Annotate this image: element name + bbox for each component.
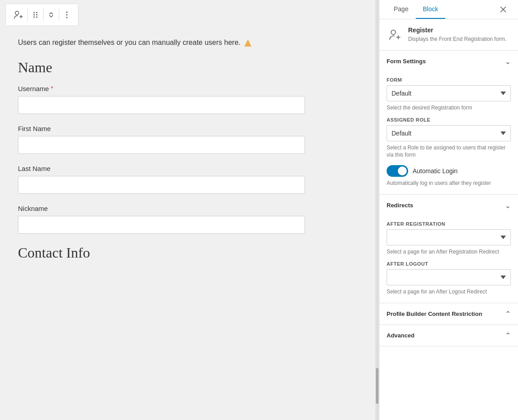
contact-info-title: Contact Info (18, 245, 357, 261)
scroll-thumb[interactable] (376, 368, 379, 404)
nickname-label: Nickname (18, 205, 357, 212)
block-info: Register Displays the Front End Registra… (379, 19, 518, 51)
sidebar-tabs: Page Block (379, 0, 518, 19)
svg-point-6 (36, 12, 38, 13)
first-name-field-group: First Name (18, 125, 357, 154)
editor-content: Users can register themselves or you can… (0, 30, 375, 279)
first-name-label: First Name (18, 125, 357, 132)
form-settings-title: Form Settings (387, 58, 426, 65)
description-text: Users can register themselves or you can… (18, 37, 357, 48)
automatic-login-label: Automatic Login (413, 167, 457, 175)
redirects-body: AFTER REGISTRATION Select a page for an … (379, 221, 518, 303)
tab-block[interactable]: Block (416, 0, 445, 19)
after-logout-select[interactable] (387, 269, 511, 285)
toggle-track (387, 165, 408, 177)
redirects-header[interactable]: Redirects ⌃ (379, 195, 518, 216)
after-registration-hint: Select a page for an After Registration … (387, 248, 511, 256)
form-settings-section: Form Settings ⌃ FORM Default Select the … (379, 51, 518, 195)
automatic-login-row: Automatic Login (387, 165, 511, 177)
svg-point-10 (66, 14, 68, 16)
block-user-icon-button[interactable] (9, 7, 27, 23)
svg-point-11 (66, 17, 68, 18)
register-block-icon (387, 26, 403, 43)
block-info-text: Register Displays the Front End Registra… (408, 26, 506, 43)
sidebar: Page Block Register Displays the Front E… (379, 0, 518, 420)
form-select[interactable]: Default (387, 85, 511, 101)
scrollbar[interactable] (375, 0, 379, 420)
warning-icon (244, 39, 252, 47)
last-name-input[interactable] (18, 176, 305, 194)
after-logout-hint: Select a page for an After Logout Redire… (387, 288, 511, 296)
required-indicator: * (51, 85, 53, 92)
automatic-login-hint: Automatically log in users after they re… (387, 179, 511, 187)
form-settings-header[interactable]: Form Settings ⌃ (379, 51, 518, 72)
role-hint: Select a Role to be assigned to users th… (387, 144, 511, 159)
name-section-title: Name (18, 59, 357, 76)
svg-point-9 (66, 12, 68, 13)
block-toolbar (5, 4, 78, 26)
more-options-button[interactable] (59, 8, 74, 22)
nickname-field-group: Nickname (18, 205, 357, 234)
advanced-header[interactable]: Advanced ⌃ (379, 325, 518, 346)
content-restriction-section: Profile Builder Content Restriction ⌃ (379, 303, 518, 325)
redirects-chevron: ⌃ (505, 201, 511, 210)
form-settings-chevron: ⌃ (505, 57, 511, 66)
svg-point-3 (34, 12, 35, 13)
username-input[interactable] (18, 96, 305, 114)
form-field-label: FORM (387, 77, 511, 83)
toggle-thumb (398, 166, 407, 175)
role-select[interactable]: Default (387, 125, 511, 141)
after-logout-label: AFTER LOGOUT (387, 261, 511, 267)
last-name-label: Last Name (18, 165, 357, 172)
drag-handle-button[interactable] (27, 8, 43, 22)
username-label: Username * (18, 85, 357, 92)
content-restriction-header[interactable]: Profile Builder Content Restriction ⌃ (379, 303, 518, 324)
svg-point-14 (391, 30, 396, 35)
content-restriction-title: Profile Builder Content Restriction (387, 311, 482, 317)
automatic-login-toggle[interactable] (387, 165, 408, 177)
advanced-chevron: ⌃ (505, 331, 511, 340)
svg-point-5 (34, 17, 35, 18)
svg-point-4 (34, 14, 35, 16)
redirects-title: Redirects (387, 202, 413, 209)
svg-point-0 (15, 11, 19, 15)
close-sidebar-button[interactable] (496, 2, 511, 17)
tab-page[interactable]: Page (387, 0, 416, 19)
content-restriction-chevron: ⌃ (505, 310, 511, 318)
editor-area: Users can register themselves or you can… (0, 0, 375, 420)
block-description: Displays the Front End Registration form… (408, 35, 506, 43)
block-title: Register (408, 26, 506, 34)
nickname-input[interactable] (18, 216, 305, 234)
after-registration-label: AFTER REGISTRATION (387, 221, 511, 227)
first-name-input[interactable] (18, 136, 305, 154)
redirects-section: Redirects ⌃ AFTER REGISTRATION Select a … (379, 195, 518, 303)
after-registration-select[interactable] (387, 229, 511, 245)
svg-point-7 (36, 14, 38, 16)
form-hint: Select the desired Registration form (387, 104, 511, 112)
advanced-section: Advanced ⌃ (379, 325, 518, 346)
advanced-title: Advanced (387, 332, 414, 339)
last-name-field-group: Last Name (18, 165, 357, 194)
form-settings-body: FORM Default Select the desired Registra… (379, 77, 518, 194)
username-field-group: Username * (18, 85, 357, 114)
role-field-label: ASSIGNED ROLE (387, 117, 511, 122)
move-up-down-button[interactable] (43, 8, 59, 22)
svg-point-8 (36, 17, 38, 18)
